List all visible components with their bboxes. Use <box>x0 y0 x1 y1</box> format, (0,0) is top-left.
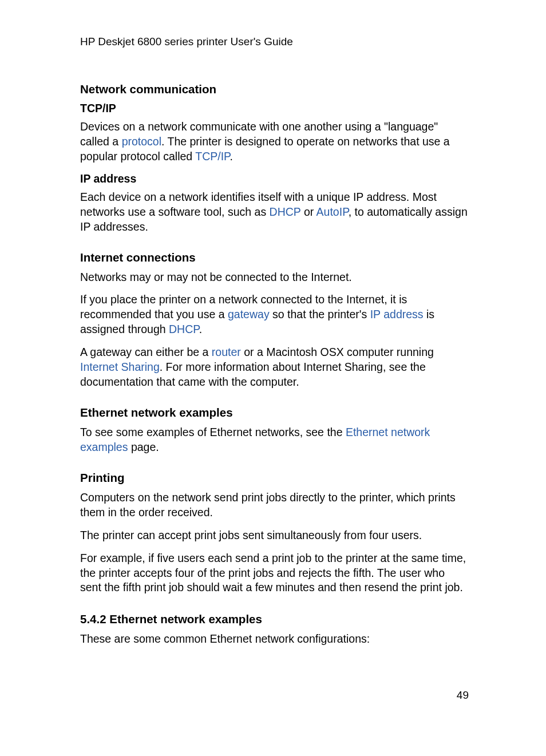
text-run: . <box>230 150 233 163</box>
paragraph-internet-p1: Networks may or may not be connected to … <box>80 270 469 285</box>
paragraph-printing-p3: For example, if five users each send a p… <box>80 551 469 596</box>
paragraph-internet-p3: A gateway can either be a router or a Ma… <box>80 345 469 390</box>
paragraph-printing-p1: Computers on the network send print jobs… <box>80 490 469 520</box>
link-ip-address[interactable]: IP address <box>370 308 424 320</box>
paragraph-542-p1: These are some common Ethernet network c… <box>80 632 469 647</box>
text-run: or a Macintosh OSX computer running <box>241 346 434 358</box>
section-heading-printing: Printing <box>80 471 469 485</box>
link-protocol[interactable]: protocol <box>122 135 161 148</box>
link-internet-sharing[interactable]: Internet Sharing <box>80 361 160 373</box>
text-run: page. <box>128 441 159 453</box>
page-number: 49 <box>457 689 469 702</box>
section-heading-ethernet-examples: Ethernet network examples <box>80 406 469 419</box>
section-heading-542: 5.4.2 Ethernet network examples <box>80 612 469 626</box>
link-autoip[interactable]: AutoIP <box>316 205 349 218</box>
paragraph-printing-p2: The printer can accept print jobs sent s… <box>80 528 469 543</box>
paragraph-ip-address: Each device on a network identifies itse… <box>80 190 469 235</box>
link-gateway[interactable]: gateway <box>228 308 270 320</box>
link-dhcp[interactable]: DHCP <box>270 205 301 218</box>
link-tcpip[interactable]: TCP/IP <box>195 150 230 163</box>
page-header-title: HP Deskjet 6800 series printer User's Gu… <box>80 35 469 48</box>
text-run: or <box>300 205 316 218</box>
paragraph-tcpip: Devices on a network communicate with on… <box>80 120 469 164</box>
section-heading-network-communication: Network communication <box>80 82 469 96</box>
text-run: so that the printer's <box>270 308 370 320</box>
subheading-tcpip: TCP/IP <box>80 102 469 115</box>
document-page: HP Deskjet 6800 series printer User's Gu… <box>0 0 546 647</box>
paragraph-ethernet-examples: To see some examples of Ethernet network… <box>80 425 469 455</box>
paragraph-internet-p2: If you place the printer on a network co… <box>80 292 469 337</box>
link-router[interactable]: router <box>212 346 241 358</box>
text-run: To see some examples of Ethernet network… <box>80 426 346 438</box>
text-run: A gateway can either be a <box>80 346 212 358</box>
section-heading-internet-connections: Internet connections <box>80 251 469 264</box>
text-run: . <box>199 323 202 335</box>
subheading-ip-address: IP address <box>80 172 469 185</box>
link-dhcp-2[interactable]: DHCP <box>169 323 199 335</box>
